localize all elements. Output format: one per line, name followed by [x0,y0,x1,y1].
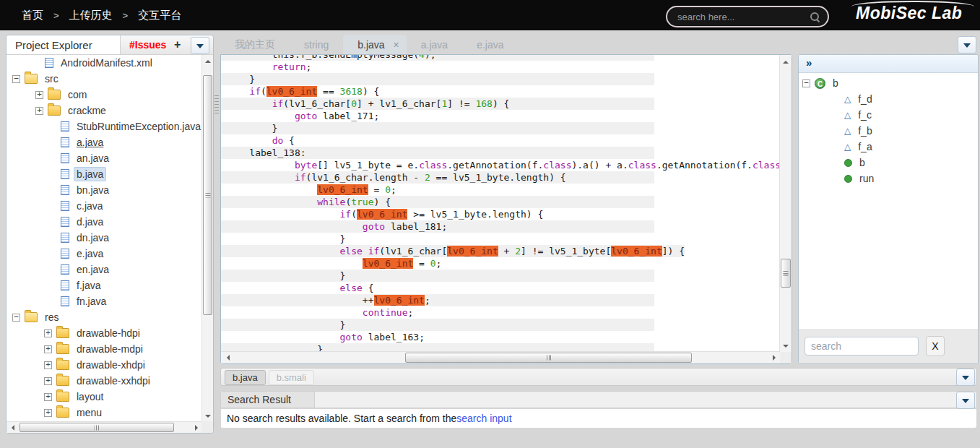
tree-item-b[interactable]: b [799,155,978,171]
tree-item-drawable-xxhdpi[interactable]: +drawable-xxhdpi [6,373,201,389]
code-line[interactable]: goto label_181; [221,220,654,233]
scroll-down-arrow[interactable] [780,340,791,351]
tree-item-en.java[interactable]: en.java [6,262,201,277]
tree-item-label[interactable]: res [42,310,61,324]
scrollbar-thumb[interactable] [405,353,692,363]
editor-tab-string[interactable]: string [290,35,343,54]
expand-node-icon[interactable]: + [44,361,52,369]
editor-tab-e.java[interactable]: e.java [462,35,518,54]
tree-item-label[interactable]: menu [74,405,105,420]
outline-tree[interactable]: −Cb△f_d△f_c△f_b△f_abrun [799,75,978,330]
code-line[interactable]: } [221,73,654,85]
tree-item-label[interactable]: f_b [855,124,875,138]
tree-item-label[interactable]: d.java [74,215,106,229]
editor-tabs-dropdown[interactable] [958,36,976,53]
tree-item-bn.java[interactable]: bn.java [6,182,201,198]
tree-item-menu[interactable]: +menu [6,405,201,421]
tree-item-b.java[interactable]: b.java [6,166,201,182]
tree-item-label[interactable]: run [857,171,877,186]
panel-splitter[interactable] [214,95,219,116]
code-line[interactable]: goto label_171; [221,110,654,122]
tree-item-label[interactable]: AndroidManifest.xml [58,56,155,70]
code-line[interactable]: else if(lv1_6_char[lv0_6_int + 2] != lv5… [221,245,685,257]
search-result-dropdown[interactable] [956,392,975,409]
tree-item-f_b[interactable]: △f_b [799,123,978,139]
tree-item-label[interactable]: a.java [74,135,106,150]
tree-item-com[interactable]: +com [6,87,201,103]
tree-item-crackme[interactable]: +crackme [6,103,201,119]
tree-item-label[interactable]: f_c [855,108,875,122]
scroll-right-arrow[interactable] [768,352,779,363]
clear-search-button[interactable]: X [926,336,945,356]
code-line[interactable]: } [221,233,654,245]
code-line[interactable]: do { [221,134,654,147]
project-explorer-dropdown[interactable] [191,37,209,54]
tree-item-f_d[interactable]: △f_d [799,91,978,107]
code-lines[interactable]: this.f_b.sendEmptyMessage(4); return; } … [221,55,780,352]
expand-node-icon[interactable]: + [35,91,43,99]
tree-item-fn.java[interactable]: fn.java [6,293,201,309]
scroll-left-arrow[interactable] [222,352,233,363]
add-tab-button[interactable]: + [174,35,181,54]
tree-item-res[interactable]: −res [6,309,201,325]
tree-item-run[interactable]: run [799,171,978,186]
code-line[interactable]: byte[] lv5_1_byte = e.class.getAnnotatio… [221,159,780,171]
tab-issues[interactable]: #Issues [129,35,166,54]
bottom-tab-b.java[interactable]: b.java [225,370,266,385]
code-line[interactable]: label_138: [221,147,654,159]
scroll-right-arrow[interactable] [191,422,201,433]
tree-item-AndroidManifest.xml[interactable]: AndroidManifest.xml [6,55,201,71]
code-line[interactable]: else { [221,282,654,294]
tree-item-dn.java[interactable]: dn.java [6,230,201,246]
tab-close-icon[interactable]: × [394,39,399,51]
code-line[interactable]: lv0_6_int = 0; [221,257,654,270]
code-vertical-scrollbar[interactable] [779,55,792,352]
tree-item-label[interactable]: b [830,76,841,90]
tree-item-label[interactable]: bn.java [74,183,112,197]
editor-tab-b.java[interactable]: b.java× [343,35,407,54]
code-line[interactable]: this.f_b.sendEmptyMessage(4); [221,55,654,61]
tree-item-e.java[interactable]: e.java [6,246,201,262]
file-tree-vertical-scrollbar[interactable] [201,55,213,421]
tree-item-f_a[interactable]: △f_a [799,139,978,155]
code-line[interactable]: } [221,122,654,134]
code-line[interactable]: lv0_6_int = 0; [221,184,654,196]
tree-item-an.java[interactable]: an.java [6,150,201,166]
scrollbar-thumb[interactable] [781,259,791,288]
tree-item-d.java[interactable]: d.java [6,214,201,230]
tree-item-label[interactable]: src [42,72,61,86]
code-line[interactable]: goto label_163; [221,331,654,343]
tree-item-label[interactable]: b [857,155,868,170]
code-line[interactable]: if(lv1_6_char.length - 2 == lv5_1_byte.l… [221,171,654,184]
tree-item-label[interactable]: an.java [74,151,112,165]
tree-item-label[interactable]: StubRuntimeException.java [74,119,201,134]
tree-item-f_c[interactable]: △f_c [799,107,978,123]
bottom-tab-b.smali[interactable]: b.smali [269,370,314,385]
tab-search-result[interactable]: Search Result [221,392,315,408]
code-horizontal-scrollbar[interactable] [221,351,780,363]
scroll-down-arrow[interactable] [202,410,213,421]
tree-item-label[interactable]: drawable-mdpi [74,342,146,356]
collapse-node-icon[interactable]: − [802,79,810,87]
expand-node-icon[interactable]: + [44,329,52,337]
tree-item-label[interactable]: com [65,87,90,102]
bottom-tabs-dropdown[interactable] [956,369,975,386]
code-line[interactable]: return; [221,61,654,73]
tree-item-drawable-xhdpi[interactable]: +drawable-xhdpi [6,357,201,373]
scroll-up-arrow[interactable] [202,55,213,66]
code-line[interactable]: if(lv0_6_int >= lv5_1_byte.length) { [221,208,654,220]
tree-item-drawable-mdpi[interactable]: +drawable-mdpi [6,341,201,357]
topbar-search-input[interactable] [667,12,810,22]
tree-item-label[interactable]: f_d [855,92,875,106]
tree-item-label[interactable]: crackme [65,103,109,118]
search-input-link[interactable]: search input [456,413,511,424]
expand-node-icon[interactable]: + [44,345,52,353]
code-viewport[interactable]: this.f_b.sendEmptyMessage(4); return; } … [221,55,780,352]
scroll-left-arrow[interactable] [6,422,17,433]
code-line[interactable]: } [221,270,654,282]
search-icon[interactable] [810,12,819,21]
collapse-panel-icon[interactable]: » [806,56,812,69]
expand-node-icon[interactable]: + [44,377,52,385]
code-line[interactable]: while(true) { [221,196,654,208]
tree-item-f.java[interactable]: f.java [6,277,201,293]
